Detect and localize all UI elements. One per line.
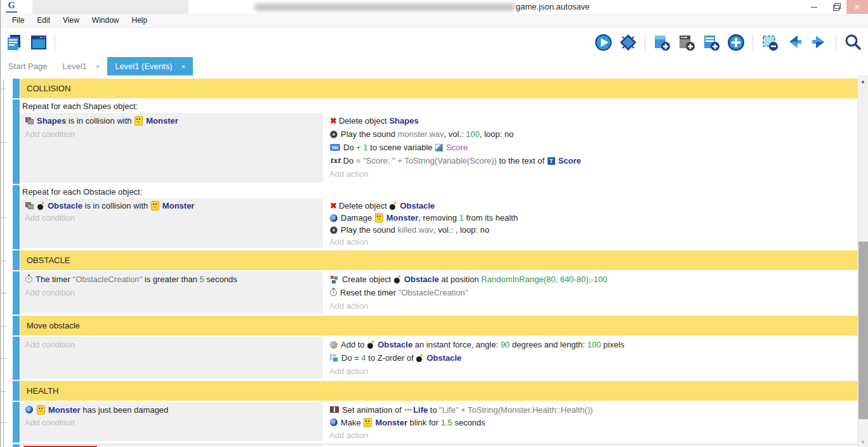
add-action-button[interactable]: Add action: [328, 236, 858, 248]
action-line[interactable]: Make Monster blink for 1.5 seconds: [328, 416, 858, 429]
scrollbar-thumb[interactable]: [858, 242, 868, 419]
add-event-button[interactable]: [652, 32, 672, 53]
scroll-up-icon[interactable]: ▲: [858, 77, 868, 86]
monster-icon: [151, 201, 159, 211]
conditions-panel[interactable]: Monster has just been damagedAdd conditi…: [20, 402, 323, 441]
tab-level1-events[interactable]: Level1 (Events)×: [107, 57, 193, 75]
action-line[interactable]: Create object Obstacle at position Rando…: [328, 273, 858, 286]
action-line[interactable]: Reset the timer "ObstacleCreation": [328, 286, 858, 299]
health-icon: [330, 418, 338, 426]
section-header[interactable]: COLLISION: [20, 79, 858, 98]
section-header[interactable]: OBSTACLE: [20, 250, 858, 270]
event-selection-bar[interactable]: [13, 185, 20, 249]
event-selection-bar[interactable]: [13, 337, 20, 380]
add-condition-button[interactable]: Add condition: [23, 338, 323, 351]
actions-panel[interactable]: Create object Obstacle at position Rando…: [328, 271, 858, 314]
action-line[interactable]: Play the sound killed.wav, vol.: , loop:…: [328, 224, 858, 236]
event-selection-bar[interactable]: [13, 250, 20, 270]
section-header[interactable]: Move obstacle: [20, 316, 858, 335]
vertical-scrollbar[interactable]: ▲ ▼: [857, 75, 868, 447]
conditions-panel[interactable]: Add condition: [20, 444, 323, 447]
action-line[interactable]: Damage Monster, removing 1 from its heal…: [328, 212, 858, 224]
add-condition-button[interactable]: Add condition: [23, 286, 323, 299]
window-title: game.json.autosave: [516, 2, 589, 11]
text-segment: Monster: [146, 116, 178, 126]
event-selection-bar[interactable]: [13, 444, 20, 447]
project-manager-button[interactable]: [4, 32, 25, 53]
text-segment: from its health: [464, 213, 518, 223]
minimize-button[interactable]: [803, 0, 825, 14]
condition-line[interactable]: Monster has just been damaged: [23, 403, 323, 416]
search-button[interactable]: [843, 32, 863, 53]
bomb-icon: [416, 354, 423, 362]
event-selection-bar[interactable]: [13, 402, 20, 443]
redo-button[interactable]: [809, 32, 829, 53]
action-line[interactable]: ✖Delete object Shapes: [328, 114, 858, 127]
debug-button[interactable]: [618, 32, 638, 53]
event-selection-bar[interactable]: [13, 100, 20, 184]
play-button[interactable]: [593, 32, 614, 53]
text-segment: Obstacle: [378, 340, 412, 349]
section-header[interactable]: HEALTH: [20, 381, 858, 401]
event-selection-bar[interactable]: [13, 271, 20, 314]
scroll-down-icon[interactable]: ▼: [858, 437, 868, 446]
action-line[interactable]: Add to Obstacle an instant force, angle:…: [328, 338, 858, 351]
event-selection-bar[interactable]: [13, 79, 20, 98]
undo-button[interactable]: [784, 32, 805, 53]
event-selection-bar[interactable]: [13, 316, 20, 335]
repeat-header[interactable]: Repeat for each Shapes object:: [20, 100, 858, 113]
menu-file[interactable]: File: [6, 15, 30, 27]
conditions-panel[interactable]: The timer "ObstacleCreation" is greater …: [20, 271, 323, 313]
add-circle-button[interactable]: [726, 32, 746, 53]
menu-view[interactable]: View: [56, 15, 86, 27]
condition-line[interactable]: The timer "ObstacleCreation" is greater …: [23, 273, 323, 286]
tree-tick: [1, 293, 6, 294]
menu-window[interactable]: Window: [86, 15, 126, 27]
repeat-header[interactable]: Repeat for each Obstacle object:: [20, 185, 858, 198]
add-action-button[interactable]: Add action: [328, 299, 858, 313]
text-segment: "ObstacleCreation": [398, 288, 468, 297]
delete-event-button[interactable]: [760, 32, 780, 53]
menu-edit[interactable]: Edit: [30, 15, 56, 27]
event-block: Monster has just been damagedAdd conditi…: [13, 402, 858, 443]
conditions-panel[interactable]: Obstacle is in collision with MonsterAdd…: [20, 198, 323, 248]
tab-start-page[interactable]: Start Page: [1, 57, 55, 75]
text-segment: Monster: [375, 418, 407, 427]
scene-editor-button[interactable]: [29, 32, 49, 53]
add-comment-button[interactable]: [701, 32, 721, 53]
actions-panel[interactable]: Add to Obstacle an instant force, angle:…: [328, 337, 858, 380]
tab-level1[interactable]: Level1×: [55, 57, 107, 75]
add-condition-button[interactable]: Add condition: [23, 416, 323, 429]
text-segment: is greater than: [142, 275, 199, 284]
restore-button[interactable]: [825, 0, 846, 14]
condition-line[interactable]: Shapes is in collision with Monster: [23, 114, 323, 127]
actions-panel[interactable]: ✖Delete object ObstacleDamage Monster, r…: [328, 198, 858, 249]
condition-line[interactable]: Obstacle is in collision with Monster: [23, 200, 323, 212]
conditions-panel[interactable]: Add condition: [20, 337, 323, 379]
action-line[interactable]: ✖Delete object Obstacle: [328, 200, 858, 212]
menu-help[interactable]: Help: [126, 15, 154, 27]
add-subevent-button[interactable]: [676, 32, 697, 53]
text-segment: to scene variable: [368, 143, 435, 152]
action-line[interactable]: Set animation of •••Life to "Life" + ToS…: [328, 403, 858, 416]
add-action-button[interactable]: Add action: [328, 365, 858, 378]
close-tab-icon[interactable]: ×: [181, 63, 185, 70]
event-selection-bar[interactable]: [13, 381, 20, 401]
add-condition-button[interactable]: Add condition: [23, 212, 323, 224]
action-line[interactable]: VarDo + 1 to scene variable Score: [328, 141, 858, 154]
actions-panel[interactable]: Add action: [328, 444, 858, 447]
action-line[interactable]: txtDo = "Score: " + ToString(Variable(Sc…: [328, 154, 858, 167]
action-line[interactable]: Do = 4 to Z-order of Obstacle: [328, 351, 858, 365]
close-button[interactable]: ✕: [846, 0, 868, 14]
conditions-panel[interactable]: Shapes is in collision with MonsterAdd c…: [20, 113, 323, 183]
actions-panel[interactable]: ✖Delete object ShapesPlay the sound mons…: [328, 113, 858, 184]
add-action-button[interactable]: Add action: [328, 429, 858, 441]
actions-panel[interactable]: Set animation of •••Life to "Life" + ToS…: [328, 402, 858, 443]
close-tab-icon[interactable]: ×: [96, 63, 100, 70]
tree-tick: [1, 261, 6, 261]
text-segment: is in collision with: [82, 201, 150, 211]
add-action-button[interactable]: Add action: [328, 167, 858, 181]
text-segment: degrees and length:: [510, 340, 587, 349]
action-line[interactable]: Play the sound monster.wav, vol.: 100, l…: [328, 127, 858, 141]
add-condition-button[interactable]: Add condition: [23, 127, 323, 141]
